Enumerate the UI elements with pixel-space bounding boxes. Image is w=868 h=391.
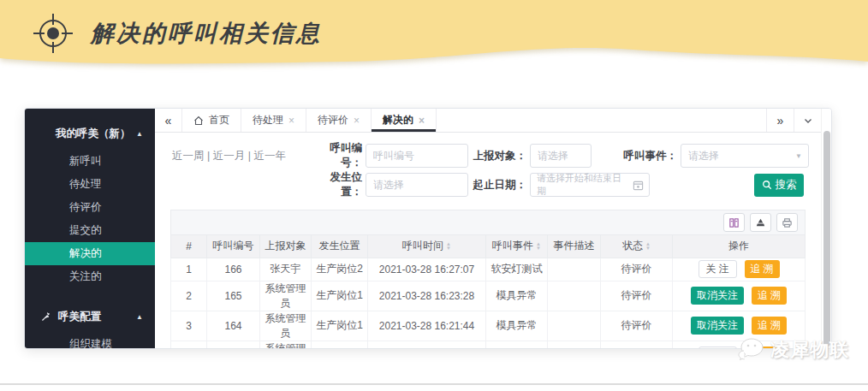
cell-actions: 关注 追溯 <box>673 258 806 281</box>
column-settings-button[interactable] <box>723 213 745 232</box>
cell-call-no: 166 <box>207 258 260 281</box>
sidebar-group-my-call[interactable]: 我的呼美（新） ▲ <box>25 117 155 150</box>
sidebar-item-submitted[interactable]: 提交的 <box>25 219 155 242</box>
cell-call-no: 165 <box>207 281 260 311</box>
cell-call-no: 163 <box>207 341 260 349</box>
cell-call-time: 2021-03-28 16:23:28 <box>368 281 486 311</box>
sidebar-item-org-modeling[interactable]: 组织建模 <box>25 333 155 349</box>
sidebar-group-call-config[interactable]: 呼美配置 ▲ <box>25 300 155 333</box>
call-event-label: 呼叫事件： <box>592 149 677 163</box>
cell-report-target: 系统管理员 <box>260 341 312 349</box>
col-status[interactable]: 状态▲▼ <box>601 235 673 258</box>
page-banner: 解决的呼叫相关信息 <box>0 0 868 77</box>
tabs-scroll-right-icon[interactable]: » <box>766 109 794 132</box>
search-button-label: 搜索 <box>776 178 797 193</box>
date-range-links[interactable]: 近一周 | 近一月 | 近一年 <box>155 149 309 163</box>
trace-button[interactable]: 追溯 <box>745 260 780 278</box>
cell-call-event: 模具异常 <box>486 281 548 311</box>
cell-index: 2 <box>171 281 207 311</box>
page-title: 解决的呼叫相关信息 <box>91 18 322 49</box>
date-range-label: 起止日期： <box>468 178 526 193</box>
export-icon <box>755 217 766 228</box>
calls-table: # 呼叫编号 上报对象 发生位置 呼叫时间▲▼ 呼叫事件▲▼ 事件描述 状态▲▼ <box>170 235 806 349</box>
tab-to-review[interactable]: 待评价 × <box>306 109 372 132</box>
tab-home[interactable]: 首页 <box>182 109 241 132</box>
home-icon <box>193 116 204 126</box>
sidebar-item-pending[interactable]: 待处理 <box>25 173 155 196</box>
filter-panel: 近一周 | 近一月 | 近一年 呼叫编号： 上报对象： 呼叫事件： 请选择 ▼ … <box>155 133 821 206</box>
brand-watermark: 凌犀物联 <box>737 337 849 363</box>
brand-name: 凌犀物联 <box>770 337 849 363</box>
sidebar-group-label: 呼美配置 <box>58 310 129 324</box>
vertical-scrollbar[interactable] <box>821 109 831 348</box>
date-placeholder: 请选择开始和结束日期 <box>537 172 630 198</box>
call-no-label: 呼叫编号： <box>309 141 362 170</box>
location-select[interactable] <box>366 173 468 197</box>
table-row: 3 164 系统管理员 生产岗位1 2021-03-28 16:21:44 模具… <box>171 311 806 341</box>
cell-status: 待评价 <box>601 258 673 281</box>
col-label: 呼叫时间 <box>402 240 443 252</box>
cell-location: 生产岗位1 <box>312 341 368 349</box>
cell-event-desc <box>548 258 601 281</box>
bottom-divider <box>0 383 868 385</box>
call-event-select[interactable]: 请选择 ▼ <box>681 144 809 168</box>
col-actions: 操作 <box>673 235 806 258</box>
calendar-icon <box>633 180 644 191</box>
cell-index: 4 <box>171 341 207 349</box>
cell-call-no: 164 <box>207 311 260 341</box>
cell-event-desc <box>548 281 601 311</box>
trace-button[interactable]: 追溯 <box>752 287 787 305</box>
table-toolbar <box>170 210 806 235</box>
col-report-target: 上报对象 <box>260 235 312 258</box>
cell-report-target: 系统管理员 <box>260 281 312 311</box>
close-icon[interactable]: × <box>419 115 425 127</box>
plug-icon <box>40 311 51 323</box>
tab-label: 解决的 <box>383 113 413 127</box>
col-call-time[interactable]: 呼叫时间▲▼ <box>368 235 486 258</box>
date-range-picker[interactable]: 请选择开始和结束日期 <box>530 173 650 197</box>
sort-icon[interactable]: ▲▼ <box>446 242 451 251</box>
search-button[interactable]: 搜索 <box>754 174 804 197</box>
follow-button[interactable]: 关注 <box>699 347 737 349</box>
tabs-menu-icon[interactable] <box>794 109 821 132</box>
sort-icon[interactable]: ▲▼ <box>536 242 541 251</box>
cell-index: 3 <box>171 311 207 341</box>
export-button[interactable] <box>750 213 771 232</box>
tab-resolved[interactable]: 解决的 × <box>372 109 437 132</box>
report-target-select[interactable] <box>530 144 592 168</box>
tabs-scroll-left-icon[interactable]: « <box>155 109 182 132</box>
tab-label: 待处理 <box>253 113 283 127</box>
location-label: 发生位置： <box>309 170 362 199</box>
cell-call-time: 2021-03-28 16:19:01 <box>368 341 486 349</box>
print-button[interactable] <box>776 213 798 232</box>
search-icon <box>762 180 772 190</box>
tab-pending[interactable]: 待处理 × <box>241 109 306 132</box>
follow-button[interactable]: 关注 <box>699 260 737 278</box>
tab-bar: « 首页 待处理 × 待评价 × 解决的 × » <box>155 109 821 133</box>
sidebar-item-resolved[interactable]: 解决的 <box>25 242 155 265</box>
scrollbar-thumb[interactable] <box>823 131 830 347</box>
unfollow-button[interactable]: 取消关注 <box>691 317 744 335</box>
col-call-event[interactable]: 呼叫事件▲▼ <box>486 235 548 258</box>
cell-call-event: 模具异常 <box>486 341 548 349</box>
cell-actions: 取消关注 追溯 <box>673 281 806 311</box>
sidebar-item-to-review[interactable]: 待评价 <box>25 196 155 219</box>
sort-icon[interactable]: ▲▼ <box>645 242 651 251</box>
cell-status: 待评价 <box>601 311 673 341</box>
tab-label: 首页 <box>209 113 229 127</box>
columns-icon <box>728 217 740 228</box>
trace-button[interactable]: 追溯 <box>752 317 787 335</box>
close-icon[interactable]: × <box>288 115 294 127</box>
tabbar-spacer <box>437 109 766 132</box>
chevron-up-icon: ▲ <box>136 313 143 321</box>
report-target-label: 上报对象： <box>468 149 526 163</box>
cell-call-event: 软安灯测试 <box>486 258 548 281</box>
col-index: # <box>171 235 207 258</box>
unfollow-button[interactable]: 取消关注 <box>691 287 744 305</box>
call-no-input[interactable] <box>366 144 468 168</box>
cell-location: 生产岗位2 <box>312 258 368 281</box>
close-icon[interactable]: × <box>354 115 360 127</box>
cell-call-event: 模具异常 <box>486 311 548 341</box>
sidebar-item-followed[interactable]: 关注的 <box>25 265 155 288</box>
sidebar-item-new-call[interactable]: 新呼叫 <box>25 150 155 173</box>
